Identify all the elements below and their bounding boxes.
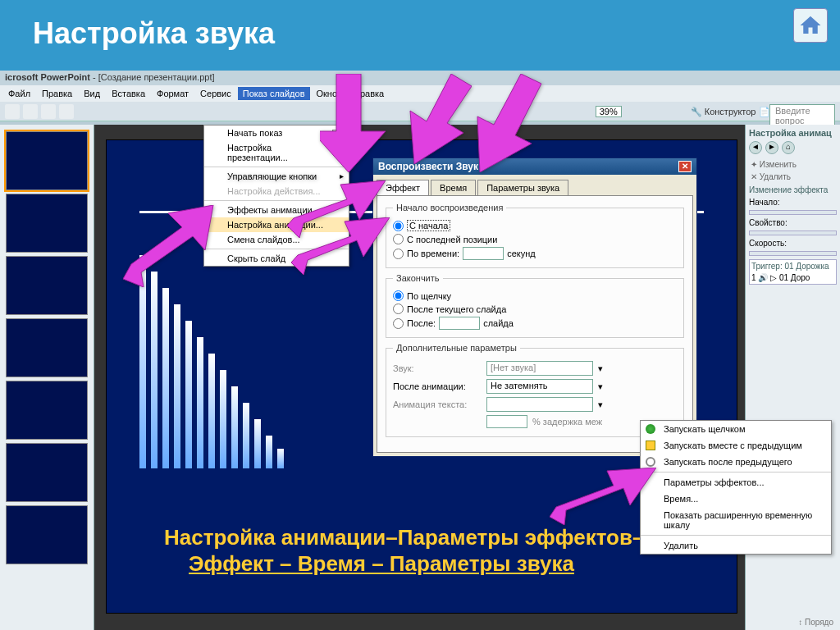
play-sound-dialog: Воспроизвести Звук ✕ Эффект Время Параме…	[372, 158, 697, 457]
menu-edit[interactable]: Правка	[37, 87, 77, 100]
animation-context-menu[interactable]: Запускать щелчком Запускать вместе с пре…	[640, 420, 832, 555]
tab-timing[interactable]: Время	[431, 180, 476, 195]
arrow-annotation	[406, 74, 472, 164]
home-button[interactable]	[793, 8, 828, 43]
slide-thumbnails[interactable]	[0, 125, 94, 630]
close-icon[interactable]: ✕	[678, 161, 692, 172]
start-label: Начало:	[749, 198, 837, 207]
slide-thumb[interactable]	[6, 443, 88, 502]
tab-sound-params[interactable]: Параметры звука	[477, 180, 568, 195]
arrow-annotation	[291, 217, 390, 275]
property-label: Свойство:	[749, 218, 837, 227]
time-spinner[interactable]	[463, 247, 504, 260]
slide-thumb[interactable]	[6, 194, 88, 253]
ctx-start-after-previous[interactable]: Запускать после предыдущего	[641, 454, 831, 470]
forward-icon[interactable]: ►	[765, 141, 778, 154]
arrow-annotation	[123, 205, 221, 287]
menu-format[interactable]: Формат	[152, 87, 194, 100]
menu-slideshow[interactable]: Показ слайдов	[238, 87, 310, 100]
after-combo[interactable]: Не затемнять	[486, 379, 593, 394]
svg-marker-1	[320, 74, 386, 172]
effect-change-label: Изменение эффекта	[749, 185, 837, 194]
slide-thumb[interactable]	[6, 505, 88, 564]
slide-instruction-1: Настройка анимации–Параметры эффектов–	[164, 525, 644, 550]
ctx-effect-options[interactable]: Параметры эффектов...	[641, 474, 831, 491]
start-combo[interactable]	[749, 210, 837, 215]
ctx-timing[interactable]: Время...	[641, 491, 831, 507]
decorative-bars	[139, 255, 320, 468]
clock-icon	[646, 457, 655, 467]
speed-label: Скорость:	[749, 239, 837, 248]
svg-marker-2	[410, 74, 472, 164]
ctx-start-with-previous[interactable]: Запускать вместе с предыдущим	[641, 437, 831, 454]
toolbar-button[interactable]	[59, 104, 74, 119]
back-icon[interactable]: ◄	[749, 141, 762, 154]
ctx-show-timeline[interactable]: Показать расширенную временную шкалу	[641, 507, 831, 533]
mouse-icon	[646, 424, 655, 434]
toolbar-button[interactable]	[23, 104, 38, 119]
sound-combo[interactable]: [Нет звука]	[486, 361, 593, 376]
slide-thumb[interactable]	[6, 318, 88, 377]
menu-file[interactable]: Файл	[3, 87, 35, 100]
arrow-annotation	[468, 74, 541, 172]
task-pane-title: Настройка анимац	[749, 128, 837, 138]
menu-view[interactable]: Вид	[79, 87, 105, 100]
toolbar-button[interactable]	[5, 104, 20, 119]
radio-by-time[interactable]	[393, 249, 404, 259]
svg-marker-3	[477, 74, 541, 172]
arrow-annotation	[550, 468, 656, 525]
ctx-start-onclick[interactable]: Запускать щелчком	[641, 421, 831, 437]
delay-spinner[interactable]	[486, 415, 527, 428]
slide-thumb[interactable]	[6, 256, 88, 315]
reorder-label: ↕ Порядо	[798, 618, 833, 627]
slides-spinner[interactable]	[439, 317, 480, 330]
ask-question-input[interactable]: Введите вопрос	[769, 104, 835, 127]
text-combo[interactable]	[486, 397, 593, 412]
with-prev-icon	[646, 441, 655, 450]
end-fieldset: Закончить По щелчку После текущего слайд…	[386, 273, 684, 338]
speed-combo[interactable]	[749, 251, 837, 256]
toolbar-button[interactable]	[41, 104, 56, 119]
slide-thumb[interactable]	[6, 381, 88, 440]
house-icon	[798, 13, 823, 38]
menu-tools[interactable]: Сервис	[195, 87, 236, 100]
ctx-remove[interactable]: Удалить	[641, 537, 831, 554]
trigger-box[interactable]: Триггер: 01 Дорожка 1 🔊 ▷ 01 Доро	[749, 259, 837, 285]
start-fieldset: Начало воспроизведения С начала С послед…	[386, 203, 684, 268]
property-combo[interactable]	[749, 231, 837, 235]
change-effect-button[interactable]: ✦ Изменить	[749, 159, 837, 170]
radio-after-current[interactable]	[393, 304, 404, 314]
home-icon[interactable]: ⌂	[782, 141, 795, 154]
radio-from-start[interactable]	[393, 221, 404, 231]
menu-insert[interactable]: Вставка	[107, 87, 150, 100]
radio-after-n[interactable]	[393, 318, 404, 329]
svg-marker-0	[123, 205, 213, 287]
svg-marker-6	[550, 468, 656, 525]
arrow-annotation	[320, 74, 394, 172]
radio-from-last[interactable]	[393, 234, 404, 244]
remove-effect-button[interactable]: ✕ Удалить	[749, 171, 837, 182]
page-title: Настройка звука	[33, 16, 275, 51]
slide-instruction-2: Эффект – Время – Параметры звука	[189, 551, 574, 577]
slide-thumb[interactable]	[6, 131, 88, 190]
dialog-body: Начало воспроизведения С начала С послед…	[377, 195, 693, 453]
radio-on-click[interactable]	[393, 290, 404, 301]
zoom-combo[interactable]: 39%	[596, 106, 622, 117]
svg-marker-5	[291, 217, 390, 275]
